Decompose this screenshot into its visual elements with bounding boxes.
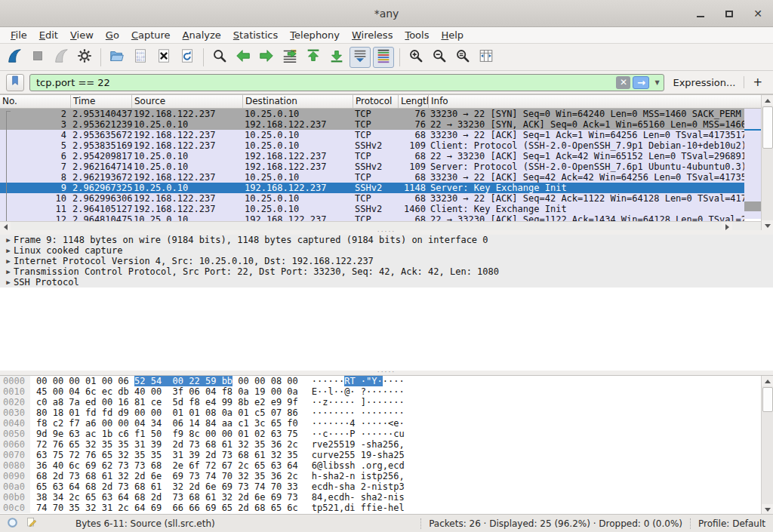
filter-apply-button[interactable]: →: [633, 76, 649, 89]
menu-edit[interactable]: Edit: [33, 28, 64, 42]
expert-info-button[interactable]: [5, 516, 20, 531]
menu-analyze[interactable]: Analyze: [177, 28, 227, 42]
column-header-no[interactable]: No.: [0, 95, 71, 108]
titlebar[interactable]: *any ✕: [0, 0, 773, 27]
expand-arrow-icon[interactable]: ▶: [0, 256, 11, 266]
menu-view[interactable]: View: [64, 28, 100, 42]
capture-options-button[interactable]: [74, 47, 95, 68]
column-header-destination[interactable]: Destination: [243, 95, 353, 108]
expand-arrow-icon[interactable]: ▶: [0, 266, 11, 277]
colorize-toggle-button[interactable]: [373, 47, 394, 68]
zoom-out-button[interactable]: [429, 47, 450, 68]
zoom-in-icon: [408, 48, 424, 66]
go-first-packet-button[interactable]: [303, 47, 324, 68]
reload-file-button[interactable]: [177, 47, 198, 68]
expand-arrow-icon[interactable]: ▶: [0, 277, 11, 288]
column-header-protocol[interactable]: Protocol: [353, 95, 399, 108]
add-filter-button[interactable]: +: [750, 75, 767, 89]
expert-info-icon: [6, 516, 19, 531]
column-header-time[interactable]: Time: [71, 95, 132, 108]
menu-help[interactable]: Help: [435, 28, 470, 42]
menu-go[interactable]: Go: [100, 28, 125, 42]
hex-row-0010[interactable]: 001045 00 04 6c ec db 40 00 3f 06 04 f8 …: [0, 386, 773, 397]
detail-row-3[interactable]: ▶Transmission Control Protocol, Src Port…: [0, 266, 773, 277]
zoom-reset-button[interactable]: [452, 47, 473, 68]
scroll-down-button[interactable]: [762, 220, 773, 231]
restart-capture-button[interactable]: [51, 47, 72, 68]
detail-row-4[interactable]: ▶SSH Protocol: [0, 277, 773, 288]
auto-scroll-toggle-button[interactable]: [350, 47, 371, 68]
packet-row-10[interactable]: 102.962996306192.168.122.23710.25.0.10TC…: [0, 193, 744, 204]
menu-telephony[interactable]: Telephony: [284, 28, 346, 42]
column-header-source[interactable]: Source: [132, 95, 243, 108]
hex-row-0000[interactable]: 000000 00 00 01 00 06 52 54 00 22 59 bb …: [0, 376, 773, 386]
expand-arrow-icon[interactable]: ▶: [0, 235, 11, 245]
hex-row-0040[interactable]: 0040f8 c2 f7 a6 00 00 04 34 06 14 84 aa …: [0, 418, 773, 429]
cell-proto: TCP: [353, 119, 399, 130]
filter-clear-button[interactable]: ✕: [616, 76, 630, 89]
save-file-button[interactable]: 010101100011: [130, 47, 151, 68]
go-forward-button[interactable]: [256, 47, 277, 68]
packet-row-9[interactable]: 92.96296732510.25.0.10192.168.122.237SSH…: [0, 183, 744, 193]
open-file-button[interactable]: [106, 47, 128, 68]
zoom-in-button[interactable]: [405, 47, 427, 68]
maximize-button[interactable]: [723, 8, 735, 20]
packet-row-3[interactable]: 32.95362123910.25.0.10192.168.122.237TCP…: [0, 119, 744, 130]
menu-wireless[interactable]: Wireless: [346, 28, 399, 42]
menu-capture[interactable]: Capture: [125, 28, 177, 42]
hex-row-0020[interactable]: 0020c0 a8 7a ed 00 16 81 ce 5d f8 e4 99 …: [0, 397, 773, 407]
detail-text: Transmission Control Protocol, Src Port:…: [14, 266, 499, 277]
expression-button[interactable]: Expression...: [670, 77, 738, 88]
packet-row-5[interactable]: 52.953835169192.168.122.23710.25.0.10SSH…: [0, 140, 744, 151]
menu-statistics[interactable]: Statistics: [227, 28, 284, 42]
packet-row-8[interactable]: 82.962193672192.168.122.23710.25.0.10TCP…: [0, 172, 744, 183]
hex-row-0060[interactable]: 006072 76 65 32 35 35 31 39 2d 73 68 61 …: [0, 439, 773, 450]
go-to-packet-button[interactable]: [279, 47, 300, 68]
close-button[interactable]: ✕: [752, 8, 764, 20]
expand-arrow-icon[interactable]: ▶: [0, 245, 11, 256]
cell-dst: 10.25.0.10: [243, 193, 353, 204]
packet-row-6[interactable]: 62.95420981710.25.0.10192.168.122.237TCP…: [0, 151, 744, 161]
hex-row-0070[interactable]: 007063 75 72 76 65 32 35 35 31 39 2d 73 …: [0, 450, 773, 460]
packet-row-2[interactable]: 22.953140437192.168.122.23710.25.0.10TCP…: [0, 109, 744, 119]
display-filter-input[interactable]: [30, 75, 616, 91]
vscroll-thumb[interactable]: [762, 106, 773, 149]
start-capture-button[interactable]: [4, 47, 25, 68]
menu-tools[interactable]: Tools: [399, 28, 435, 42]
menu-file[interactable]: File: [5, 28, 33, 42]
detail-row-2[interactable]: ▶Internet Protocol Version 4, Src: 10.25…: [0, 256, 773, 266]
intelligent-scrollbar-minimap[interactable]: [744, 109, 761, 221]
capture-comment-button[interactable]: [24, 516, 39, 531]
detail-row-1[interactable]: ▶Linux cooked capture: [0, 245, 773, 256]
close-file-button[interactable]: [153, 47, 174, 68]
hex-row-0050[interactable]: 00509d 9e 63 ac 1b c6 f1 50 f9 8c 00 00 …: [0, 429, 773, 439]
hex-vscroll-thumb[interactable]: [762, 387, 773, 412]
detail-row-0[interactable]: ▶Frame 9: 1148 bytes on wire (9184 bits)…: [0, 235, 773, 245]
packet-row-4[interactable]: 42.953635672192.168.122.23710.25.0.10TCP…: [0, 130, 744, 140]
filter-dropdown-caret[interactable]: ▼: [651, 79, 662, 86]
packet-row-12[interactable]: 122.96481047510.25.0.10192.168.122.237TC…: [0, 214, 744, 221]
hex-row-00b0[interactable]: 00b038 34 2c 65 63 64 68 2d 73 68 61 32 …: [0, 492, 773, 503]
column-header-length[interactable]: Length: [399, 95, 429, 108]
statusbar: Bytes 6-11: Source (sll.src.eth) Packets…: [0, 514, 773, 532]
cell-len: 76: [399, 119, 429, 130]
go-last-packet-button[interactable]: [326, 47, 347, 68]
find-packet-button[interactable]: [209, 47, 230, 68]
hex-row-0080[interactable]: 008036 40 6c 69 62 73 73 68 2e 6f 72 67 …: [0, 460, 773, 471]
hex-row-0090[interactable]: 009068 2d 73 68 61 32 2d 6e 69 73 74 70 …: [0, 471, 773, 481]
scroll-up-button[interactable]: [762, 95, 773, 106]
resize-columns-button[interactable]: [476, 47, 497, 68]
hex-scroll-down-button[interactable]: [762, 504, 773, 514]
packet-row-11[interactable]: 112.964105127192.168.122.23710.25.0.10SS…: [0, 204, 744, 214]
go-back-button[interactable]: [233, 47, 254, 68]
hex-scroll-up-button[interactable]: [762, 376, 773, 386]
hex-row-0030[interactable]: 003080 18 01 fd fd d9 00 00 01 01 08 0a …: [0, 407, 773, 418]
hex-row-00a0[interactable]: 00a065 63 64 68 2d 73 68 61 32 2d 6e 69 …: [0, 481, 773, 492]
minimize-button[interactable]: [694, 8, 707, 20]
column-header-info[interactable]: Info: [429, 95, 761, 108]
stop-capture-button[interactable]: [27, 47, 48, 68]
hex-row-00c0[interactable]: 00c074 70 35 32 31 2c 64 69 66 66 69 65 …: [0, 503, 773, 513]
status-profile[interactable]: Profile: Default: [698, 518, 765, 529]
filter-bookmark-button[interactable]: [6, 74, 24, 91]
packet-row-7[interactable]: 72.96216471410.25.0.10192.168.122.237SSH…: [0, 161, 744, 172]
